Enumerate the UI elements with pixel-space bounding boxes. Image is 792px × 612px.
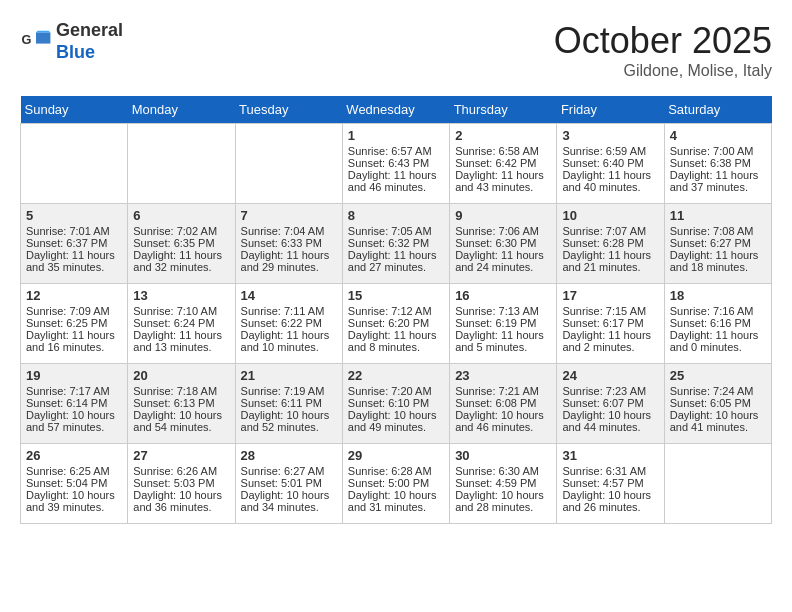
day-number: 8: [348, 208, 444, 223]
day-info: Daylight: 10 hours and 26 minutes.: [562, 489, 658, 513]
day-info: Sunrise: 7:01 AM: [26, 225, 122, 237]
day-info: Sunset: 6:38 PM: [670, 157, 766, 169]
day-info: Sunrise: 7:16 AM: [670, 305, 766, 317]
day-info: Daylight: 11 hours and 37 minutes.: [670, 169, 766, 193]
calendar-cell: [21, 124, 128, 204]
calendar-cell: 29Sunrise: 6:28 AMSunset: 5:00 PMDayligh…: [342, 444, 449, 524]
calendar-cell: 25Sunrise: 7:24 AMSunset: 6:05 PMDayligh…: [664, 364, 771, 444]
calendar-cell: 21Sunrise: 7:19 AMSunset: 6:11 PMDayligh…: [235, 364, 342, 444]
calendar-cell: 10Sunrise: 7:07 AMSunset: 6:28 PMDayligh…: [557, 204, 664, 284]
day-number: 15: [348, 288, 444, 303]
day-info: Sunset: 5:03 PM: [133, 477, 229, 489]
day-info: Sunset: 6:08 PM: [455, 397, 551, 409]
calendar-cell: 8Sunrise: 7:05 AMSunset: 6:32 PMDaylight…: [342, 204, 449, 284]
day-info: Sunset: 6:13 PM: [133, 397, 229, 409]
day-info: Daylight: 11 hours and 24 minutes.: [455, 249, 551, 273]
weekday-header: Sunday: [21, 96, 128, 124]
day-number: 12: [26, 288, 122, 303]
day-info: Daylight: 10 hours and 49 minutes.: [348, 409, 444, 433]
day-number: 18: [670, 288, 766, 303]
svg-text:G: G: [22, 31, 32, 46]
day-info: Sunset: 6:28 PM: [562, 237, 658, 249]
calendar-cell: 17Sunrise: 7:15 AMSunset: 6:17 PMDayligh…: [557, 284, 664, 364]
day-info: Daylight: 11 hours and 21 minutes.: [562, 249, 658, 273]
calendar-week-row: 19Sunrise: 7:17 AMSunset: 6:14 PMDayligh…: [21, 364, 772, 444]
calendar-cell: 5Sunrise: 7:01 AMSunset: 6:37 PMDaylight…: [21, 204, 128, 284]
day-info: Sunrise: 7:02 AM: [133, 225, 229, 237]
day-info: Daylight: 11 hours and 40 minutes.: [562, 169, 658, 193]
logo-icon: G: [20, 26, 52, 58]
day-info: Sunset: 6:24 PM: [133, 317, 229, 329]
day-info: Daylight: 11 hours and 46 minutes.: [348, 169, 444, 193]
day-info: Daylight: 10 hours and 54 minutes.: [133, 409, 229, 433]
day-info: Sunrise: 7:24 AM: [670, 385, 766, 397]
day-info: Sunset: 6:42 PM: [455, 157, 551, 169]
calendar-cell: 23Sunrise: 7:21 AMSunset: 6:08 PMDayligh…: [450, 364, 557, 444]
day-info: Sunset: 4:59 PM: [455, 477, 551, 489]
day-info: Sunset: 6:32 PM: [348, 237, 444, 249]
day-number: 2: [455, 128, 551, 143]
day-info: Sunrise: 7:00 AM: [670, 145, 766, 157]
day-info: Daylight: 11 hours and 13 minutes.: [133, 329, 229, 353]
logo-blue: Blue: [56, 42, 123, 64]
calendar-cell: 19Sunrise: 7:17 AMSunset: 6:14 PMDayligh…: [21, 364, 128, 444]
day-info: Sunrise: 7:08 AM: [670, 225, 766, 237]
day-info: Daylight: 11 hours and 29 minutes.: [241, 249, 337, 273]
day-info: Sunset: 6:22 PM: [241, 317, 337, 329]
day-info: Daylight: 11 hours and 5 minutes.: [455, 329, 551, 353]
calendar-header: SundayMondayTuesdayWednesdayThursdayFrid…: [21, 96, 772, 124]
day-info: Daylight: 11 hours and 2 minutes.: [562, 329, 658, 353]
calendar-cell: 20Sunrise: 7:18 AMSunset: 6:13 PMDayligh…: [128, 364, 235, 444]
calendar-week-row: 26Sunrise: 6:25 AMSunset: 5:04 PMDayligh…: [21, 444, 772, 524]
day-info: Daylight: 11 hours and 35 minutes.: [26, 249, 122, 273]
day-number: 30: [455, 448, 551, 463]
day-info: Sunset: 6:10 PM: [348, 397, 444, 409]
calendar-cell: 4Sunrise: 7:00 AMSunset: 6:38 PMDaylight…: [664, 124, 771, 204]
calendar-cell: 28Sunrise: 6:27 AMSunset: 5:01 PMDayligh…: [235, 444, 342, 524]
day-number: 7: [241, 208, 337, 223]
day-info: Sunrise: 7:15 AM: [562, 305, 658, 317]
calendar-cell: 24Sunrise: 7:23 AMSunset: 6:07 PMDayligh…: [557, 364, 664, 444]
calendar-cell: 14Sunrise: 7:11 AMSunset: 6:22 PMDayligh…: [235, 284, 342, 364]
header-row: SundayMondayTuesdayWednesdayThursdayFrid…: [21, 96, 772, 124]
day-number: 31: [562, 448, 658, 463]
day-number: 10: [562, 208, 658, 223]
calendar-cell: 30Sunrise: 6:30 AMSunset: 4:59 PMDayligh…: [450, 444, 557, 524]
calendar-cell: 18Sunrise: 7:16 AMSunset: 6:16 PMDayligh…: [664, 284, 771, 364]
day-info: Sunrise: 7:17 AM: [26, 385, 122, 397]
day-info: Sunset: 6:33 PM: [241, 237, 337, 249]
day-info: Sunset: 6:20 PM: [348, 317, 444, 329]
day-info: Sunrise: 6:57 AM: [348, 145, 444, 157]
day-number: 23: [455, 368, 551, 383]
day-info: Daylight: 11 hours and 8 minutes.: [348, 329, 444, 353]
day-info: Sunrise: 7:23 AM: [562, 385, 658, 397]
day-info: Sunset: 6:37 PM: [26, 237, 122, 249]
day-number: 25: [670, 368, 766, 383]
day-number: 21: [241, 368, 337, 383]
calendar-cell: [235, 124, 342, 204]
day-info: Sunset: 5:00 PM: [348, 477, 444, 489]
day-info: Sunrise: 6:30 AM: [455, 465, 551, 477]
day-info: Sunrise: 6:27 AM: [241, 465, 337, 477]
day-number: 14: [241, 288, 337, 303]
day-info: Sunrise: 7:19 AM: [241, 385, 337, 397]
day-info: Sunrise: 6:31 AM: [562, 465, 658, 477]
day-info: Daylight: 11 hours and 10 minutes.: [241, 329, 337, 353]
day-info: Daylight: 11 hours and 43 minutes.: [455, 169, 551, 193]
day-info: Daylight: 11 hours and 0 minutes.: [670, 329, 766, 353]
day-info: Sunset: 5:01 PM: [241, 477, 337, 489]
calendar-cell: 7Sunrise: 7:04 AMSunset: 6:33 PMDaylight…: [235, 204, 342, 284]
day-info: Sunrise: 6:25 AM: [26, 465, 122, 477]
calendar-cell: 1Sunrise: 6:57 AMSunset: 6:43 PMDaylight…: [342, 124, 449, 204]
calendar-cell: 6Sunrise: 7:02 AMSunset: 6:35 PMDaylight…: [128, 204, 235, 284]
day-number: 11: [670, 208, 766, 223]
day-number: 17: [562, 288, 658, 303]
day-info: Sunrise: 7:05 AM: [348, 225, 444, 237]
day-number: 6: [133, 208, 229, 223]
day-info: Daylight: 10 hours and 52 minutes.: [241, 409, 337, 433]
day-number: 3: [562, 128, 658, 143]
calendar-cell: [664, 444, 771, 524]
day-info: Sunrise: 7:11 AM: [241, 305, 337, 317]
day-info: Sunrise: 7:07 AM: [562, 225, 658, 237]
calendar-cell: [128, 124, 235, 204]
